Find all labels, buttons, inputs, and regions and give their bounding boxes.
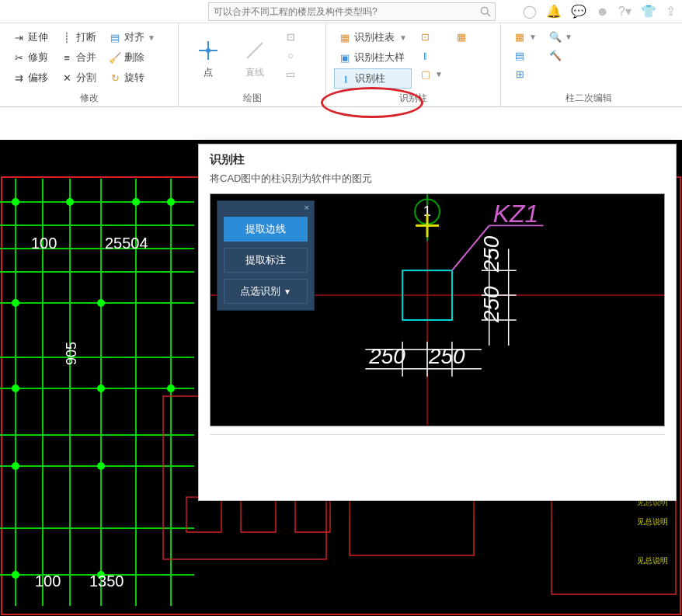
ce-b1[interactable]: ▦▼ (509, 28, 541, 45)
svg-point-4 (206, 48, 211, 53)
smiley-icon[interactable]: ☻ (596, 5, 609, 19)
dim-right-bottom: 250 (479, 286, 503, 323)
svg-point-25 (66, 198, 74, 206)
recognize-column-tooltip: 识别柱 将CAD图中的柱识别为软件中的图元 × 提取边线 提取标注 点选识别▼ … (198, 144, 677, 501)
ribbon-group-modify: ⇥延伸 ✂修剪 ⇉偏移 ┊打断 ≡合并 ✕分割 ▤对齐▼ 🧹删除 ↻旋转 修改 (0, 23, 179, 106)
rc-opt4[interactable]: ▦ (451, 28, 472, 45)
svg-point-28 (12, 299, 19, 307)
recognize-table-button[interactable]: ▦识别柱表▼ (334, 28, 412, 47)
export-icon[interactable]: ⇪ (666, 4, 676, 19)
panel-close-icon[interactable]: × (217, 201, 314, 214)
extract-annotation-button[interactable]: 提取标注 (224, 248, 308, 273)
delete-label: 删除 (124, 50, 144, 64)
ribbon-group-draw: 点 直线 ⊡ ○ ▭ 绘图 (179, 23, 326, 106)
merge-icon: ≡ (61, 51, 73, 64)
svg-point-30 (12, 385, 19, 392)
extract-panel: × 提取边线 提取标注 点选识别▼ (217, 200, 315, 311)
line-icon (242, 38, 267, 63)
rotate-label: 旋转 (124, 71, 144, 85)
align-button[interactable]: ▤对齐▼ (104, 28, 160, 47)
svg-text:见总说明: 见总说明 (637, 517, 668, 526)
help-icon[interactable]: ?▾ (618, 4, 632, 19)
dim-2554: 25504 (105, 235, 148, 252)
delete-button[interactable]: 🧹删除 (104, 48, 160, 67)
merge-button[interactable]: ≡合并 (56, 48, 101, 67)
chat-icon[interactable]: 💬 (571, 4, 586, 19)
ce-b3[interactable]: ⊞ (509, 65, 541, 82)
recognize-column-label: 识别柱 (355, 71, 385, 85)
shirt-icon[interactable]: 👕 (641, 4, 656, 19)
draw-opt2: ○ (280, 47, 301, 64)
popup-description: 将CAD图中的柱识别为软件中的图元 (199, 172, 676, 193)
ribbon-group-column-edit: ▦▼ ▤ ⊞ 🔍▼ 🔨 柱二次编辑 (501, 23, 676, 106)
svg-line-1 (487, 13, 490, 16)
line-button[interactable]: 直线 (233, 28, 277, 89)
draw-opt1: ⊡ (280, 28, 301, 45)
popup-title: 识别柱 (210, 152, 665, 167)
svg-point-24 (12, 198, 19, 206)
line-label: 直线 (245, 66, 264, 79)
split-button[interactable]: ✕分割 (56, 68, 101, 87)
search-box[interactable] (208, 2, 496, 21)
extend-icon: ⇥ (12, 31, 25, 44)
modify-group-label[interactable]: 修改 (8, 89, 170, 105)
rc-opt2[interactable]: ⫿ (415, 47, 447, 64)
ce-b2[interactable]: ▤ (509, 47, 541, 64)
trim-label: 修剪 (28, 50, 48, 64)
svg-point-0 (481, 7, 488, 14)
recognize-table-label: 识别柱表 (354, 30, 395, 44)
split-icon: ✕ (61, 71, 73, 84)
titlebar-icons: ◯ 🔔 💬 ☻ ?▾ 👕 ⇪ (523, 4, 676, 19)
draw-opt3: ▭ (280, 65, 301, 82)
detail-icon: ▣ (339, 51, 351, 64)
point-button[interactable]: 点 (186, 28, 230, 89)
svg-point-33 (12, 462, 19, 470)
chevron-down-icon: ▼ (284, 287, 291, 296)
svg-point-27 (167, 198, 175, 206)
dim-905: 905 (64, 342, 79, 365)
extend-button[interactable]: ⇥延伸 (8, 28, 53, 47)
break-label: 打断 (76, 30, 96, 44)
ce-b5[interactable]: 🔨 (545, 47, 577, 64)
extend-label: 延伸 (28, 30, 48, 44)
trim-button[interactable]: ✂修剪 (8, 48, 53, 67)
dim-bottom-right: 250 (428, 344, 465, 368)
point-recognize-button[interactable]: 点选识别▼ (224, 279, 308, 304)
search-icon[interactable] (476, 6, 495, 17)
svg-rect-40 (295, 497, 330, 532)
user-icon[interactable]: ◯ (523, 4, 537, 19)
ce-b4[interactable]: 🔍▼ (545, 28, 577, 45)
svg-rect-41 (350, 497, 474, 555)
bell-icon[interactable]: 🔔 (546, 4, 562, 19)
search-input[interactable] (209, 6, 476, 17)
point-icon (196, 38, 221, 63)
ribbon: ⇥延伸 ✂修剪 ⇉偏移 ┊打断 ≡合并 ✕分割 ▤对齐▼ 🧹删除 ↻旋转 修改 … (0, 23, 682, 107)
recognize-column-button[interactable]: ⫿识别柱 (334, 68, 412, 89)
rotate-button[interactable]: ↻旋转 (104, 68, 160, 87)
dim-bottom-left: 250 (368, 344, 405, 368)
ribbon-group-recognize-column: ▦识别柱表▼ ▣识别柱大样 ⫿识别柱 ⊡ ⫿ ▢▼ ▦ 识别柱 (326, 23, 501, 106)
offset-button[interactable]: ⇉偏移 (8, 68, 53, 87)
column-label: KZ1 (493, 200, 538, 228)
break-icon: ┊ (61, 31, 73, 44)
dim-right-top: 250 (479, 235, 503, 273)
svg-point-32 (167, 385, 175, 392)
svg-line-5 (247, 43, 263, 58)
draw-group-label[interactable]: 绘图 (186, 89, 318, 105)
extract-edge-button[interactable]: 提取边线 (224, 217, 308, 242)
title-bar: ◯ 🔔 💬 ☻ ?▾ 👕 ⇪ (0, 0, 682, 23)
break-button[interactable]: ┊打断 (56, 28, 101, 47)
point-label: 点 (204, 66, 213, 79)
recognize-detail-button[interactable]: ▣识别柱大样 (334, 48, 412, 67)
dim-100a: 100 (31, 235, 57, 252)
svg-point-26 (132, 198, 140, 206)
align-icon: ▤ (109, 31, 121, 44)
recognize-detail-label: 识别柱大样 (354, 50, 405, 64)
align-label: 对齐 (124, 30, 144, 44)
point-recognize-label: 点选识别 (240, 285, 280, 297)
rc-opt3[interactable]: ▢▼ (415, 65, 447, 82)
svg-rect-42 (552, 493, 676, 594)
recognize-column-group-label: 识别柱 (334, 89, 492, 105)
rc-opt1[interactable]: ⊡ (415, 28, 447, 45)
delete-icon: 🧹 (109, 51, 121, 64)
